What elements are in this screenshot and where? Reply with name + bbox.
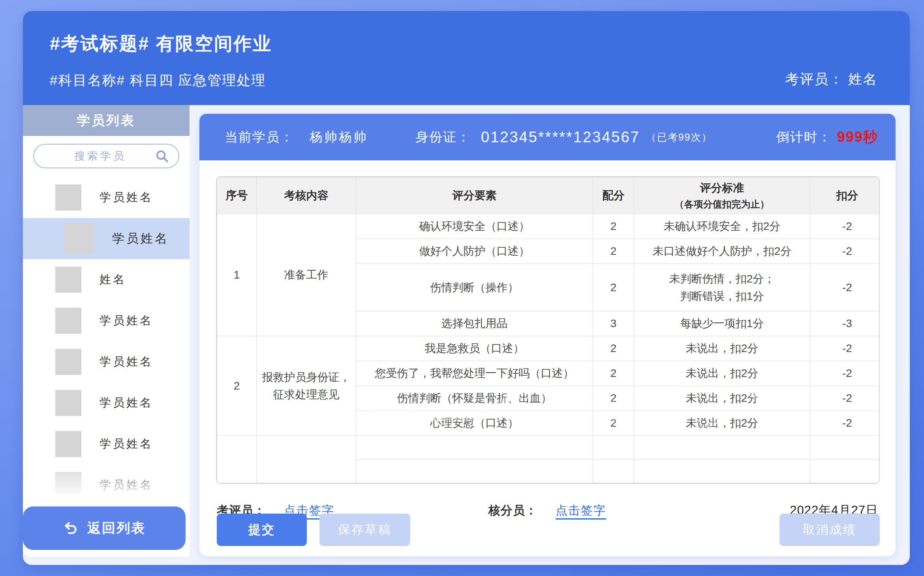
standard-cell: 未说出，扣2分 bbox=[634, 386, 810, 411]
score-row: 2报救护员身份证，征求处理意见我是急救员（口述）2未说出，扣2分-2 bbox=[217, 336, 880, 361]
student-list-item[interactable]: 学员姓名 bbox=[23, 424, 190, 465]
standard-cell: 每缺少一项扣1分 bbox=[634, 311, 810, 336]
avatar bbox=[55, 184, 81, 211]
standard-cell: 未说出，扣2分 bbox=[634, 361, 810, 386]
subject-subtitle: #科目名称# 科目四 应急管理处理 bbox=[50, 71, 878, 90]
deduction-cell: -3 bbox=[810, 311, 880, 336]
countdown-value: 999秒 bbox=[837, 128, 878, 147]
avatar bbox=[55, 472, 81, 494]
deduction-cell bbox=[810, 459, 880, 483]
avatar bbox=[55, 267, 81, 293]
student-name: 学员姓名 bbox=[100, 395, 153, 411]
student-name: 学员姓名 bbox=[112, 230, 169, 247]
student-name: 学员姓名 bbox=[100, 354, 153, 370]
deduction-cell: -2 bbox=[810, 361, 880, 386]
score-cell: 2 bbox=[593, 214, 634, 239]
deduction-cell: -2 bbox=[810, 239, 880, 264]
score-cell: 2 bbox=[593, 336, 634, 361]
group-content-cell bbox=[257, 436, 356, 483]
standard-cell: 未确认环境安全，扣2分 bbox=[634, 214, 810, 239]
factor-cell: 确认环境安全（口述） bbox=[356, 214, 593, 239]
score-table-zone: 序号 考核内容 评分要素 配分 评分标准 （各项分值扣完为止） 扣分 bbox=[199, 160, 896, 484]
student-list-item[interactable]: 学员姓名 bbox=[23, 465, 190, 494]
factor-cell bbox=[356, 436, 593, 459]
score-cell bbox=[593, 459, 634, 483]
standard-cell: 未说出，扣2分 bbox=[634, 411, 810, 436]
deduction-cell: -2 bbox=[810, 214, 880, 239]
deduction-cell bbox=[810, 436, 880, 459]
current-student-name: 杨帅杨帅 bbox=[310, 128, 368, 146]
avatar bbox=[55, 431, 81, 457]
score-row: 1准备工作确认环境安全（口述）2未确认环境安全，扣2分-2 bbox=[217, 214, 880, 239]
standard-cell: 未说出，扣2分 bbox=[634, 336, 810, 361]
col-header-factor: 评分要素 bbox=[356, 177, 593, 214]
avatar bbox=[55, 390, 81, 416]
student-list-item[interactable]: 学员姓名 bbox=[23, 218, 190, 259]
score-cell: 3 bbox=[593, 311, 634, 336]
score-table: 序号 考核内容 评分要素 配分 评分标准 （各项分值扣完为止） 扣分 bbox=[216, 176, 880, 484]
search-icon[interactable] bbox=[155, 149, 169, 163]
current-student-label: 当前学员： bbox=[225, 128, 294, 146]
deduction-cell: -2 bbox=[810, 336, 880, 361]
examiner-name: 考评员： 姓名 bbox=[785, 70, 877, 88]
factor-cell: 我是急救员（口述） bbox=[356, 336, 593, 361]
student-sidebar: 学员列表 学员姓名学员姓名姓名学员姓名学员姓名学员姓名学员姓名学员姓名 返回列表 bbox=[23, 105, 190, 557]
student-list-title: 学员列表 bbox=[23, 105, 190, 136]
attempts-note: （已考99次） bbox=[646, 131, 712, 144]
group-number-cell: 1 bbox=[217, 214, 257, 336]
student-name: 学员姓名 bbox=[100, 477, 153, 493]
action-button-row: 提交 保存草稿 取消成绩 bbox=[217, 514, 880, 546]
student-list-item[interactable]: 学员姓名 bbox=[23, 300, 190, 341]
factor-cell: 伤情判断（操作） bbox=[356, 264, 593, 311]
save-draft-button[interactable]: 保存草稿 bbox=[319, 514, 410, 546]
standard-header-line1: 评分标准 bbox=[700, 182, 744, 194]
factor-cell bbox=[356, 459, 593, 483]
group-content-cell: 准备工作 bbox=[257, 214, 356, 336]
factor-cell: 做好个人防护（口述） bbox=[356, 239, 593, 264]
standard-cell: 未口述做好个人防护，扣2分 bbox=[634, 239, 810, 264]
deduction-cell: -2 bbox=[810, 264, 880, 311]
countdown-label: 倒计时： bbox=[776, 128, 832, 146]
col-header-standard: 评分标准 （各项分值扣完为止） bbox=[634, 177, 810, 214]
score-card: 当前学员： 杨帅杨帅 身份证： 012345*****1234567 （已考99… bbox=[199, 114, 896, 556]
standard-cell bbox=[634, 436, 810, 459]
col-header-score: 配分 bbox=[593, 177, 634, 214]
score-cell: 2 bbox=[593, 411, 634, 436]
score-cell: 2 bbox=[593, 361, 634, 386]
student-list-item[interactable]: 学员姓名 bbox=[23, 177, 190, 218]
col-header-content: 考核内容 bbox=[257, 177, 356, 214]
back-button-label: 返回列表 bbox=[87, 519, 146, 537]
exam-app-window: #考试标题# 有限空间作业 #科目名称# 科目四 应急管理处理 考评员： 姓名 … bbox=[23, 11, 910, 565]
current-student-bar: 当前学员： 杨帅杨帅 身份证： 012345*****1234567 （已考99… bbox=[199, 114, 896, 160]
student-name: 学员姓名 bbox=[100, 190, 153, 205]
back-to-list-button[interactable]: 返回列表 bbox=[23, 506, 186, 550]
id-card-label: 身份证： bbox=[415, 128, 471, 146]
factor-cell: 心理安慰（口述） bbox=[356, 411, 593, 436]
student-list-item[interactable]: 姓名 bbox=[23, 259, 190, 300]
col-header-no: 序号 bbox=[217, 177, 257, 214]
cancel-score-button[interactable]: 取消成绩 bbox=[779, 514, 880, 546]
student-list-item[interactable]: 学员姓名 bbox=[23, 341, 190, 382]
group-number-cell bbox=[217, 436, 257, 483]
table-header-row: 序号 考核内容 评分要素 配分 评分标准 （各项分值扣完为止） 扣分 bbox=[217, 177, 880, 214]
student-name: 姓名 bbox=[100, 272, 126, 288]
deduction-cell: -2 bbox=[810, 386, 880, 411]
standard-cell bbox=[634, 459, 810, 483]
student-list: 学员姓名学员姓名姓名学员姓名学员姓名学员姓名学员姓名学员姓名 bbox=[23, 177, 190, 494]
score-cell: 2 bbox=[593, 239, 634, 264]
submit-button[interactable]: 提交 bbox=[217, 514, 307, 546]
app-header: #考试标题# 有限空间作业 #科目名称# 科目四 应急管理处理 考评员： 姓名 bbox=[23, 11, 910, 105]
group-number-cell: 2 bbox=[217, 336, 257, 436]
col-header-deduction: 扣分 bbox=[810, 177, 880, 214]
score-row bbox=[217, 436, 880, 459]
student-name: 学员姓名 bbox=[100, 313, 153, 329]
content-area: 学员列表 学员姓名学员姓名姓名学员姓名学员姓名学员姓名学员姓名学员姓名 返回列表 bbox=[23, 105, 910, 565]
factor-cell: 您受伤了，我帮您处理一下好吗（口述） bbox=[356, 361, 593, 386]
student-name: 学员姓名 bbox=[100, 436, 153, 452]
student-list-item[interactable]: 学员姓名 bbox=[23, 382, 190, 424]
id-card-number: 012345*****1234567 bbox=[481, 129, 640, 146]
avatar bbox=[64, 224, 94, 254]
back-arrow-icon bbox=[63, 520, 79, 536]
standard-header-line2: （各项分值扣完为止） bbox=[638, 198, 806, 211]
score-cell: 2 bbox=[593, 386, 634, 411]
